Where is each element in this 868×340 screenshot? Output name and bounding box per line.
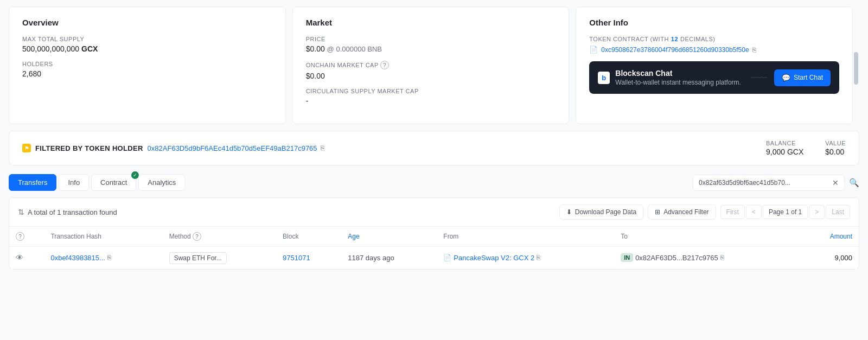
token-contract-label-row: TOKEN CONTRACT (WITH 12 DECIMALS) <box>589 36 839 42</box>
other-info-card: Other Info TOKEN CONTRACT (WITH 12 DECIM… <box>576 7 853 124</box>
filter-funnel-icon: ⊞ <box>655 208 660 216</box>
onchain-help-icon[interactable]: ? <box>380 61 389 69</box>
copy-contract-icon[interactable]: ⎘ <box>752 46 756 54</box>
eye-cell: 👁 <box>9 247 44 269</box>
block-cell: 9751071 <box>276 247 341 269</box>
price-label: PRICE <box>306 36 556 42</box>
main-container: Overview MAX TOTAL SUPPLY 500,000,000,00… <box>0 0 868 270</box>
value-amount: $0.00 <box>825 147 846 156</box>
col-eye: ? <box>9 227 44 247</box>
cards-row: Overview MAX TOTAL SUPPLY 500,000,000,00… <box>0 0 868 131</box>
value-label: VALUE <box>825 140 846 146</box>
to-value: IN 0x82AF63D5...B217c9765 ⎘ <box>621 253 795 262</box>
tabs-right: 0x82af63d5d9bf6aec41d5b70... ✕ 🔍 <box>693 175 859 191</box>
col-block-header: Block <box>276 227 341 247</box>
from-cell: 📄 PancakeSwap V2: GCX 2 ⎘ <box>437 247 614 269</box>
copy-from-icon[interactable]: ⎘ <box>537 254 540 261</box>
method-help-icon[interactable]: ? <box>193 232 201 241</box>
from-doc-icon: 📄 <box>443 254 451 261</box>
filter-icon: ⚑ <box>22 144 31 152</box>
max-supply-token: GCX <box>81 44 98 53</box>
search-button[interactable]: 🔍 <box>849 178 859 188</box>
from-value: 📄 PancakeSwap V2: GCX 2 ⎘ <box>443 254 608 262</box>
blockscan-title: Blockscan Chat <box>615 69 741 78</box>
other-info-title: Other Info <box>589 18 839 27</box>
next-page-button[interactable]: > <box>809 205 825 219</box>
filter-bar: ⚑ FILTERED BY TOKEN HOLDER 0x82AF63D5d9b… <box>9 131 859 165</box>
prev-page-button[interactable]: < <box>746 205 762 219</box>
col-method-header: Method ? <box>163 227 276 247</box>
sort-icon: ⇅ <box>18 208 24 216</box>
tabs-left: Transfers Info Contract ✓ Analytics <box>9 174 185 191</box>
circ-cap-label: CIRCULATING SUPPLY MARKET CAP <box>306 88 556 94</box>
transaction-table: ? Transaction Hash Method ? Block Age <box>9 227 859 269</box>
hash-cell: 0xbef43983815... ⎘ <box>44 247 162 269</box>
filter-right: BALANCE 9,000 GCX VALUE $0.00 <box>766 140 846 156</box>
decimals-number: 12 <box>671 36 678 42</box>
scrollbar-thumb[interactable] <box>854 52 858 85</box>
onchain-cap-label: ONCHAIN MARKET CAP ? <box>306 61 556 69</box>
close-search-button[interactable]: ✕ <box>832 178 839 187</box>
tx-header: ⇅ A total of 1 transaction found ⬇ Downl… <box>9 198 859 227</box>
copy-hash-icon[interactable]: ⎘ <box>107 254 111 261</box>
block-link[interactable]: 9751071 <box>283 254 310 262</box>
first-page-button[interactable]: First <box>720 205 745 219</box>
tx-count: ⇅ A total of 1 transaction found <box>18 208 117 216</box>
contract-address-link[interactable]: 0xc9508627e3786004f796d6851260d90330b5f5… <box>601 46 749 54</box>
balance-label: BALANCE <box>766 140 803 146</box>
tabs-row: Transfers Info Contract ✓ Analytics 0x82… <box>9 172 859 193</box>
table-row: 👁 0xbef43983815... ⎘ Swap ETH For... 975… <box>9 247 859 269</box>
download-button[interactable]: ⬇ Download Page Data <box>559 204 643 220</box>
price-usd: $0.00 <box>306 44 325 53</box>
balance-value: 9,000 GCX <box>766 147 803 156</box>
holders-label: HOLDERS <box>22 61 272 67</box>
copy-to-icon[interactable]: ⎘ <box>720 254 724 261</box>
pagination: First < Page 1 of 1 > Last <box>720 205 850 219</box>
wave-decoration: 〰〰〰 <box>751 75 767 81</box>
tab-analytics[interactable]: Analytics <box>138 174 185 191</box>
col-hash-header: Transaction Hash <box>44 227 162 247</box>
copy-address-icon[interactable]: ⎘ <box>321 144 324 152</box>
tab-contract[interactable]: Contract ✓ <box>91 174 136 191</box>
tx-hash-link[interactable]: 0xbef43983815... ⎘ <box>50 254 156 262</box>
col-help-icon[interactable]: ? <box>16 232 24 241</box>
download-icon: ⬇ <box>566 208 572 216</box>
tab-info[interactable]: Info <box>59 174 89 191</box>
tab-transfers[interactable]: Transfers <box>9 174 56 191</box>
method-badge: Swap ETH For... <box>169 252 227 264</box>
scrollbar <box>853 7 859 124</box>
filter-label: FILTERED BY TOKEN HOLDER <box>35 144 143 152</box>
col-age-header[interactable]: Age <box>341 227 437 247</box>
overview-title: Overview <box>22 18 272 27</box>
advanced-filter-button[interactable]: ⊞ Advanced Filter <box>648 204 716 220</box>
holders-value: 2,680 <box>22 69 272 78</box>
col-from-header: From <box>437 227 614 247</box>
price-value: $0.00 @ 0.000000 BNB <box>306 44 556 53</box>
search-filter-box[interactable]: 0x82af63d5d9bf6aec41d5b70... ✕ <box>693 175 845 191</box>
max-supply-label: MAX TOTAL SUPPLY <box>22 36 272 42</box>
balance-stat: BALANCE 9,000 GCX <box>766 140 803 156</box>
search-filter-text: 0x82af63d5d9bf6aec41d5b70... <box>699 179 829 187</box>
verified-badge: ✓ <box>131 171 139 179</box>
to-cell: IN 0x82AF63D5...B217c9765 ⎘ <box>614 247 802 269</box>
contract-address-row: 📄 0xc9508627e3786004f796d6851260d90330b5… <box>589 46 839 54</box>
blockscan-logo: b <box>598 72 610 84</box>
filter-left: ⚑ FILTERED BY TOKEN HOLDER 0x82AF63D5d9b… <box>22 144 324 152</box>
tx-controls: ⬇ Download Page Data ⊞ Advanced Filter F… <box>559 204 850 220</box>
filter-address[interactable]: 0x82AF63D5d9bF6AEc41d5b70d5eEF49aB217c97… <box>148 144 324 152</box>
start-chat-button[interactable]: 💬 Start Chat <box>774 69 831 86</box>
onchain-cap-value: $0.00 <box>306 72 556 80</box>
transaction-section: ⇅ A total of 1 transaction found ⬇ Downl… <box>9 197 859 270</box>
direction-badge: IN <box>621 253 633 262</box>
eye-icon[interactable]: 👁 <box>16 253 23 262</box>
market-title: Market <box>306 18 556 27</box>
col-to-header: To <box>614 227 802 247</box>
price-bnb: @ 0.000000 BNB <box>327 45 382 53</box>
blockscan-left: b Blockscan Chat Wallet-to-wallet instan… <box>598 69 767 86</box>
from-link[interactable]: PancakeSwap V2: GCX 2 <box>454 254 534 262</box>
col-amount-header[interactable]: Amount <box>802 227 859 247</box>
max-supply-value: 500,000,000,000 GCX <box>22 44 272 53</box>
blockscan-text: Blockscan Chat Wallet-to-wallet instant … <box>615 69 741 86</box>
method-cell: Swap ETH For... <box>163 247 276 269</box>
last-page-button[interactable]: Last <box>826 205 850 219</box>
